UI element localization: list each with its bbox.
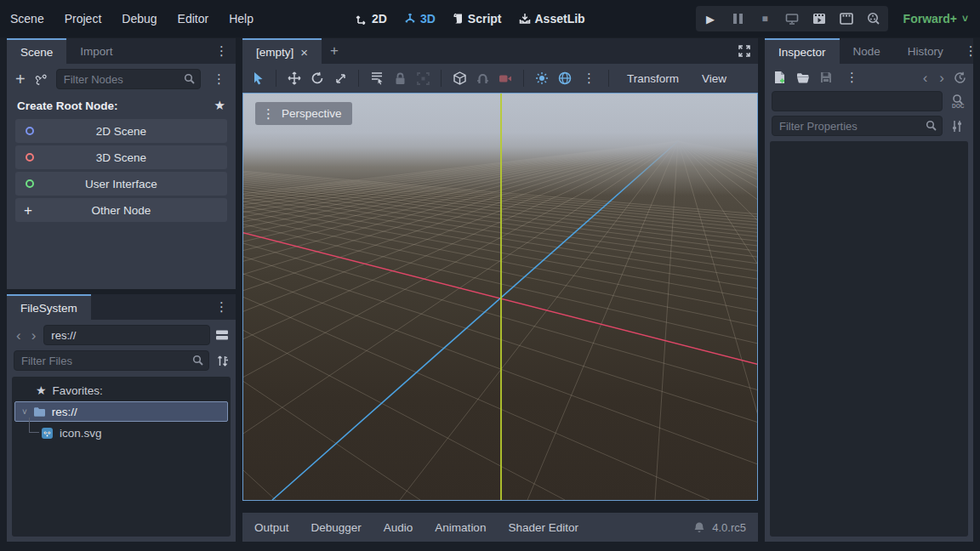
edit-history-icon[interactable] [954, 71, 966, 84]
view-menu[interactable]: View [693, 72, 735, 85]
panel-debugger[interactable]: Debugger [311, 521, 362, 534]
tab-node[interactable]: Node [840, 38, 894, 64]
menu-editor[interactable]: Editor [168, 12, 219, 26]
manage-properties-icon[interactable] [948, 120, 966, 133]
3d-viewport[interactable]: ⋮ Perspective [242, 93, 758, 501]
stop-button[interactable]: ■ [757, 11, 772, 26]
camera-preview-icon[interactable] [497, 70, 514, 87]
favorite-star-icon[interactable]: ★ [214, 98, 225, 113]
inspector-dock-tabs: Inspector Node History ⋮ [765, 38, 973, 64]
movie-mode-icon[interactable] [866, 11, 881, 26]
tab-inspector[interactable]: Inspector [765, 38, 840, 64]
snap-icon[interactable] [474, 70, 491, 87]
remote-debug-icon[interactable] [784, 11, 800, 26]
panel-audio[interactable]: Audio [384, 521, 413, 534]
scene-dock-tabs: Scene Import ⋮ [7, 38, 236, 64]
filter-properties-input[interactable] [772, 116, 943, 136]
viewport-options-icon[interactable]: ⋮ [579, 71, 599, 86]
script-icon [453, 13, 464, 25]
environment-icon[interactable] [556, 70, 573, 87]
filter-files-input[interactable] [14, 350, 209, 371]
switch-2d-button[interactable]: 2D [350, 12, 392, 26]
switch-assetlib-button[interactable]: AssetLib [514, 12, 590, 26]
plus-icon: + [24, 203, 32, 218]
node2d-icon [26, 127, 34, 135]
create-3d-scene-button[interactable]: 3D Scene [15, 145, 227, 169]
folder-icon [33, 406, 46, 418]
inspector-forward-icon[interactable]: › [937, 71, 947, 85]
version-label: 4.0.rc5 [712, 521, 746, 534]
playback-controls: ▶ ■ [696, 6, 888, 31]
sun-icon[interactable] [533, 70, 550, 87]
tab-history[interactable]: History [894, 38, 957, 64]
distraction-free-icon[interactable] [738, 44, 758, 58]
group-icon[interactable] [414, 70, 431, 87]
3d-label: 3D [420, 12, 436, 26]
switch-3d-button[interactable]: 3D [399, 12, 441, 26]
tab-filesystem[interactable]: FileSystem [7, 294, 91, 320]
inspector-back-icon[interactable]: ‹ [920, 71, 931, 85]
inspector-dock-menu-icon[interactable]: ⋮ [957, 43, 980, 59]
play-scene-button[interactable] [812, 11, 827, 26]
resource-name-field[interactable] [772, 91, 943, 111]
3d-icon [404, 13, 416, 25]
open-docs-icon[interactable]: DOC [948, 94, 966, 109]
dots-icon: ⋮ [262, 106, 275, 122]
switch-script-button[interactable]: Script [447, 12, 507, 26]
godot-editor-window: Scene Project Debug Editor Help 2D 3D [0, 0, 980, 551]
filesystem-dock-menu-icon[interactable]: ⋮ [208, 299, 236, 315]
sort-files-icon[interactable] [216, 355, 229, 367]
menu-project[interactable]: Project [54, 12, 112, 26]
panel-shader-editor[interactable]: Shader Editor [508, 521, 578, 534]
tab-import[interactable]: Import [66, 38, 126, 64]
tab-scene[interactable]: Scene [7, 38, 66, 64]
save-resource-icon[interactable] [820, 71, 832, 83]
scene-options-icon[interactable]: ⋮ [209, 71, 229, 87]
add-node-button[interactable]: + [15, 71, 26, 88]
expand-arrow-icon[interactable]: ˅ [22, 407, 27, 417]
notification-bell-icon[interactable] [693, 521, 705, 534]
folder-row-res[interactable]: ˅ res:// [14, 401, 228, 422]
play-custom-scene-button[interactable] [839, 11, 854, 26]
pause-icon[interactable] [730, 11, 745, 26]
lock-icon[interactable] [391, 70, 408, 87]
play-button[interactable]: ▶ [703, 11, 718, 26]
select-tool-icon[interactable] [249, 70, 266, 87]
close-icon[interactable]: × [300, 45, 308, 60]
instantiate-scene-icon[interactable] [34, 72, 48, 86]
history-forward-icon[interactable]: › [29, 328, 39, 343]
create-2d-scene-button[interactable]: 2D Scene [15, 119, 227, 143]
script-label: Script [468, 12, 502, 26]
transform-menu[interactable]: Transform [618, 72, 687, 85]
assetlib-icon [519, 13, 531, 25]
scale-tool-icon[interactable] [332, 70, 349, 87]
toggle-split-mode-icon[interactable] [215, 329, 229, 341]
create-ui-scene-button[interactable]: User Interface [15, 172, 227, 196]
load-resource-icon[interactable] [796, 72, 810, 83]
resource-options-icon[interactable]: ⋮ [842, 70, 862, 85]
new-scene-tab-button[interactable]: + [322, 43, 347, 60]
current-path-field[interactable]: res:// [43, 325, 210, 345]
list-select-icon[interactable] [368, 70, 385, 87]
main-editor-area: [empty] × + [242, 38, 758, 542]
panel-output[interactable]: Output [254, 521, 289, 534]
move-tool-icon[interactable] [286, 70, 303, 87]
local-space-icon[interactable] [451, 70, 468, 87]
perspective-menu[interactable]: ⋮ Perspective [255, 102, 352, 125]
scene-tab-empty[interactable]: [empty] × [242, 38, 322, 64]
filter-nodes-input[interactable] [56, 69, 201, 89]
menu-debug[interactable]: Debug [111, 12, 167, 26]
favorites-row[interactable]: ★ Favorites: [12, 380, 231, 400]
renderer-selector[interactable]: Forward+ ˅ [903, 0, 968, 37]
rotate-tool-icon[interactable] [309, 70, 326, 87]
scene-dock-menu-icon[interactable]: ⋮ [208, 43, 236, 59]
godot-file-icon [41, 427, 54, 440]
create-other-node-button[interactable]: + Other Node [15, 198, 227, 222]
file-row-icon-svg[interactable]: icon.svg [12, 423, 231, 443]
menu-help[interactable]: Help [219, 12, 264, 26]
star-icon: ★ [36, 383, 47, 397]
history-back-icon[interactable]: ‹ [14, 328, 24, 343]
new-resource-icon[interactable] [773, 71, 786, 84]
menu-scene[interactable]: Scene [0, 12, 54, 26]
panel-animation[interactable]: Animation [435, 521, 486, 534]
